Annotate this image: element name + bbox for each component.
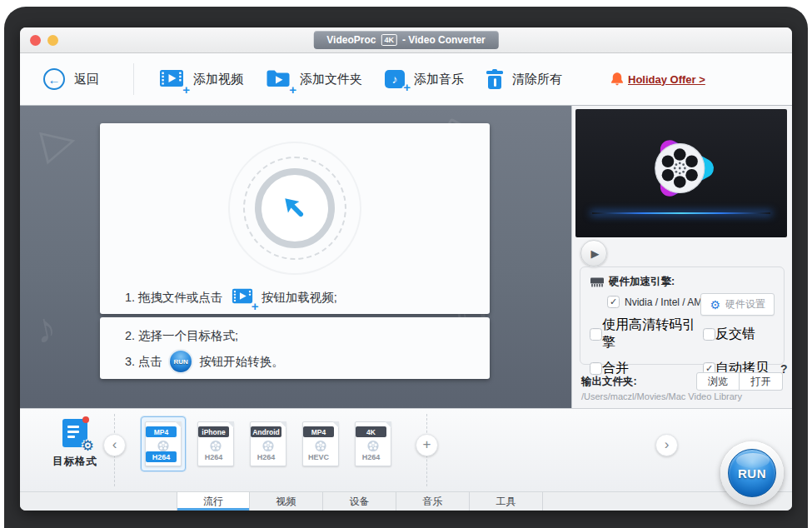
hw-engine-title: 硬件加速引擎: — [609, 275, 675, 289]
output-folder-row: 输出文件夹: 浏览 打开 — [581, 372, 783, 391]
title-suffix: - Video Converter — [402, 34, 486, 46]
tab-label: 视频 — [276, 495, 296, 509]
add-video-button[interactable]: + 添加视频 — [159, 68, 243, 91]
clear-all-button[interactable]: 清除所有 — [486, 69, 562, 90]
gear-icon: ⚙ — [82, 439, 94, 453]
titlebar: VideoProc 4K - Video Converter — [20, 27, 792, 53]
trash-icon — [486, 69, 503, 90]
deinterlace-checkbox[interactable]: ✓ — [703, 328, 715, 341]
format-list: MP4 H264 iPhone — [141, 416, 396, 471]
gpu-checkbox[interactable]: ✓ — [607, 296, 620, 308]
run-button[interactable]: RUN — [728, 449, 776, 497]
close-button[interactable] — [30, 35, 41, 46]
plus-icon: + — [252, 300, 259, 312]
drop-ring-inner — [255, 168, 335, 248]
instruction-step-2: 2. 选择一个目标格式; — [125, 328, 465, 344]
deinterlace-option[interactable]: ✓ 反交错 — [703, 316, 755, 351]
add-format-button[interactable]: + — [416, 434, 438, 456]
music-note-icon: ♪ — [392, 72, 398, 86]
tab-label: 设备 — [350, 495, 370, 509]
hw-engine-title-row: 硬件加速引擎: — [590, 275, 775, 289]
tab-label: 音乐 — [423, 495, 443, 509]
bell-icon — [610, 72, 625, 87]
target-format[interactable]: ⚙ 目标格式 — [50, 419, 100, 469]
plus-icon: + — [423, 437, 431, 451]
side-panel: ▶ 硬件加速引擎: — [571, 106, 792, 408]
minimize-button[interactable] — [47, 35, 58, 46]
format-card-iphone-h264[interactable]: iPhone H264 — [193, 416, 238, 471]
plus-icon: + — [182, 83, 190, 96]
check-icon: ✓ — [610, 297, 617, 306]
format-codec: H264 — [251, 451, 281, 462]
scroll-right-button[interactable]: › — [655, 434, 678, 456]
preview-play-button[interactable]: ▶ — [580, 240, 607, 266]
toolbar-divider — [133, 63, 134, 95]
add-video-label: 添加视频 — [193, 72, 243, 87]
drop-card[interactable]: 1. 拖拽文件或点击 + — [100, 123, 490, 314]
format-codec: HEVC — [303, 451, 334, 462]
target-format-icon: ⚙ — [62, 419, 87, 447]
output-path: /Users/maczl/Movies/Mac Video Library — [581, 391, 742, 401]
add-video-icon: + — [159, 68, 184, 91]
add-folder-button[interactable]: + 添加文件夹 — [266, 68, 362, 91]
hd-engine-option[interactable]: ✓ 使用高清转码引擎 — [590, 316, 703, 351]
add-folder-label: 添加文件夹 — [300, 72, 362, 87]
options-row-1: ✓ 使用高清转码引擎 ✓ 反交错 — [590, 316, 775, 351]
tab-popular[interactable]: 流行 — [177, 492, 250, 511]
instruction-step-1: 1. 拖拽文件或点击 + — [125, 287, 337, 307]
scroll-left-button[interactable]: ‹ — [103, 434, 126, 456]
watermark-play-icon: ▷ — [36, 112, 80, 169]
format-card-4k-h264[interactable]: 4K H264 — [351, 416, 396, 471]
hardware-groupbox: 硬件加速引擎: ✓ Nvidia / Intel / AMD ⚙ 硬件设置 — [580, 266, 785, 365]
tab-video[interactable]: 视频 — [250, 492, 323, 511]
cursor-arrow-icon — [280, 193, 310, 223]
format-badge: MP4 — [146, 426, 177, 437]
back-icon: ← — [43, 68, 65, 90]
format-card-android-h264[interactable]: Android H264 — [246, 416, 291, 471]
run-badge-icon: RUN — [170, 351, 192, 372]
format-badge: iPhone — [198, 426, 229, 437]
holiday-offer-link[interactable]: Holiday Offer > — [610, 72, 705, 87]
reel-icon — [210, 440, 222, 452]
format-bar: ⚙ 目标格式 ‹ MP4 H264 — [20, 408, 792, 491]
format-codec: H264 — [198, 451, 229, 462]
tab-device[interactable]: 设备 — [323, 492, 396, 511]
reel-icon — [157, 440, 170, 452]
tab-tools[interactable]: 工具 — [470, 492, 543, 511]
hardware-settings-label: 硬件设置 — [725, 297, 765, 311]
format-codec: H264 — [356, 451, 386, 462]
video-preview — [575, 109, 787, 237]
tab-label: 流行 — [203, 495, 223, 509]
watermark-music-icon: ♪ — [30, 302, 61, 354]
play-icon: ▶ — [591, 247, 600, 260]
gear-icon: ⚙ — [710, 299, 720, 311]
gpu-row: ✓ Nvidia / Intel / AMD ⚙ 硬件设置 — [590, 296, 775, 308]
back-button[interactable]: ← 返回 — [43, 68, 99, 90]
reel-icon — [315, 440, 327, 452]
add-music-button[interactable]: ♪ + 添加音乐 — [385, 70, 464, 88]
glow-line — [592, 212, 770, 214]
chevron-right-icon: › — [665, 437, 670, 451]
drop-area[interactable]: ▷ ♪ AVI 1. 拖拽文件或点击 — [20, 106, 571, 408]
notification-dot — [82, 416, 89, 423]
hd-engine-checkbox[interactable]: ✓ — [590, 328, 602, 341]
toolbar: ← 返回 + — [20, 53, 792, 106]
holiday-offer-label[interactable]: Holiday Offer > — [628, 73, 705, 86]
add-video-icon: + — [232, 287, 253, 307]
window-title: VideoProc 4K - Video Converter — [313, 31, 498, 49]
tab-music[interactable]: 音乐 — [396, 492, 470, 511]
reel-icon — [367, 440, 380, 452]
hardware-settings-button[interactable]: ⚙ 硬件设置 — [700, 293, 775, 316]
browse-button[interactable]: 浏览 — [696, 372, 740, 391]
gpu-label: Nvidia / Intel / AMD — [625, 296, 710, 308]
category-tabbar: 流行 视频 设备 音乐 工具 — [20, 491, 792, 511]
title-4k-badge: 4K — [381, 34, 397, 46]
step1-suffix: 按钮加载视频; — [262, 290, 337, 306]
open-button[interactable]: 打开 — [740, 372, 783, 391]
format-card-mp4-hevc[interactable]: MP4 HEVC — [298, 416, 343, 471]
format-card-mp4-h264[interactable]: MP4 H264 — [141, 416, 186, 471]
hd-engine-label: 使用高清转码引擎 — [602, 316, 703, 351]
deinterlace-label: 反交错 — [715, 326, 755, 343]
chevron-left-icon: ‹ — [112, 437, 117, 451]
clear-all-label: 清除所有 — [512, 72, 562, 87]
